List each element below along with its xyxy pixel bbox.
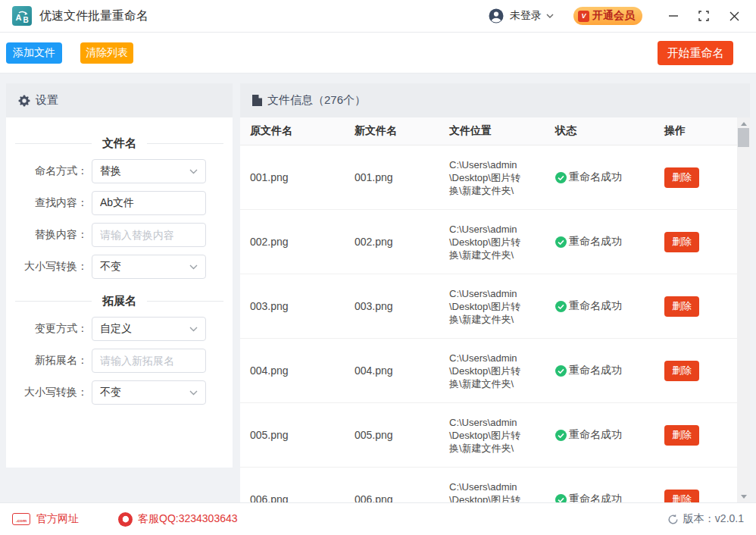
- extension-section-title: 拓展名: [15, 289, 223, 313]
- extension-case-select[interactable]: 不变: [92, 380, 206, 405]
- version-info: 版本：v2.0.1: [667, 512, 744, 526]
- extension-case-value: 不变: [100, 386, 121, 399]
- login-status-text: 未登录: [510, 9, 542, 23]
- official-website-link[interactable]: .com 官方网址: [12, 512, 79, 526]
- clear-list-button[interactable]: 清除列表: [80, 42, 133, 64]
- delete-button[interactable]: 删除: [664, 490, 699, 503]
- table-row: 005.png 005.png C:\Users\admin\Desktop\图…: [240, 403, 737, 468]
- user-menu[interactable]: 未登录: [489, 8, 554, 23]
- start-rename-button[interactable]: 开始重命名: [658, 41, 733, 65]
- toolbar: 添加文件 清除列表 开始重命名: [0, 33, 756, 74]
- open-vip-button[interactable]: V 开通会员: [573, 7, 642, 25]
- app-window: A B 优速文件批量重命名 未登录 V 开通会员: [0, 0, 756, 535]
- table-header-row: 原文件名 新文件名 文件位置 状态 操作: [240, 117, 737, 145]
- scrollbar-thumb[interactable]: [738, 128, 749, 147]
- find-content-label: 查找内容：: [6, 196, 88, 210]
- new-extension-label: 新拓展名：: [6, 354, 88, 368]
- status-text: 重命名成功: [569, 171, 622, 184]
- cell-location: C:\Users\admin\Desktop\图片转换\新建文件夹\: [449, 352, 524, 390]
- add-files-button[interactable]: 添加文件: [6, 42, 62, 64]
- new-extension-input[interactable]: [92, 349, 206, 373]
- vertical-scrollbar[interactable]: [737, 117, 750, 502]
- cell-location: C:\Users\admin\Desktop\图片转换\新建文件夹\: [449, 416, 524, 455]
- user-avatar-icon: [489, 8, 504, 23]
- chevron-down-icon: [189, 264, 198, 270]
- file-icon: [252, 95, 262, 106]
- close-button[interactable]: [724, 6, 744, 26]
- extension-case-row: 大小写转换： 不变: [6, 377, 233, 408]
- naming-method-select[interactable]: 替换: [92, 159, 206, 183]
- website-icon: .com: [12, 513, 30, 525]
- cell-new-name: 002.png: [355, 236, 449, 248]
- cell-new-name: 003.png: [355, 300, 449, 312]
- delete-button[interactable]: 删除: [664, 232, 699, 252]
- file-panel-header: 文件信息（276个）: [240, 83, 750, 117]
- table-row: 001.png 001.png C:\Users\admin\Desktop\图…: [240, 145, 737, 210]
- scroll-down-arrow[interactable]: [737, 490, 750, 502]
- success-check-icon: [555, 365, 567, 377]
- replace-content-input[interactable]: [92, 223, 206, 247]
- app-title: 优速文件批量重命名: [39, 8, 148, 24]
- file-info-panel: 文件信息（276个） 原文件名 新文件名 文件位置 状态 操作 001.png …: [240, 83, 750, 502]
- settings-panel-title: 设置: [36, 93, 58, 108]
- change-method-row: 变更方式： 自定义: [6, 313, 233, 345]
- chevron-down-icon: [189, 169, 198, 174]
- file-table: 原文件名 新文件名 文件位置 状态 操作 001.png 001.png C:\…: [240, 117, 737, 502]
- table-row: 006.png 006.png C:\Users\admin\Desktop\图…: [240, 468, 737, 502]
- find-content-input[interactable]: [92, 191, 206, 215]
- vip-label: 开通会员: [592, 9, 635, 23]
- status-text: 重命名成功: [569, 235, 622, 249]
- settings-panel-header: 设置: [6, 83, 233, 117]
- cell-original-name: 003.png: [250, 300, 355, 312]
- version-label: 版本：v2.0.1: [683, 512, 744, 526]
- cell-original-name: 005.png: [250, 429, 355, 441]
- filename-case-select[interactable]: 不变: [92, 255, 206, 279]
- filename-case-label: 大小写转换：: [6, 260, 88, 274]
- filename-case-value: 不变: [100, 260, 121, 274]
- cell-new-name: 005.png: [355, 429, 449, 441]
- maximize-button[interactable]: [694, 6, 714, 26]
- status-text: 重命名成功: [569, 299, 622, 313]
- cell-new-name: 001.png: [355, 171, 449, 183]
- cell-location: C:\Users\admin\Desktop\图片转换\新建文件夹\: [449, 158, 524, 197]
- success-check-icon: [555, 172, 567, 183]
- cell-original-name: 004.png: [250, 364, 355, 377]
- footer: .com 官方网址 客服QQ:3234303643 版本：v2: [0, 502, 756, 535]
- gear-icon: [18, 95, 30, 107]
- naming-method-label: 命名方式：: [6, 164, 88, 178]
- col-original-name: 原文件名: [250, 124, 355, 138]
- success-check-icon: [555, 494, 567, 503]
- cell-original-name: 001.png: [250, 171, 355, 183]
- customer-service-link[interactable]: 客服QQ:3234303643: [118, 512, 238, 527]
- find-content-row: 查找内容：: [6, 187, 233, 219]
- cell-original-name: 002.png: [250, 236, 355, 248]
- change-method-label: 变更方式：: [6, 322, 88, 336]
- chevron-down-icon: [189, 327, 198, 332]
- file-panel-title: 文件信息（276个）: [267, 93, 366, 108]
- delete-button[interactable]: 删除: [664, 167, 699, 188]
- cell-location: C:\Users\admin\Desktop\图片转换\新建文件夹\: [449, 223, 524, 261]
- table-row: 004.png 004.png C:\Users\admin\Desktop\图…: [240, 339, 737, 403]
- minimize-button[interactable]: [664, 6, 683, 26]
- refresh-icon[interactable]: [667, 514, 679, 525]
- settings-panel: 设置 文件名 命名方式： 替换 查找内容： 替换内容：: [6, 83, 233, 468]
- col-location: 文件位置: [449, 124, 555, 138]
- cell-location: C:\Users\admin\Desktop\图片转换\新建文件夹\: [449, 480, 524, 503]
- svg-text:B: B: [23, 16, 29, 24]
- filename-case-row: 大小写转换： 不变: [6, 251, 233, 283]
- change-method-select[interactable]: 自定义: [92, 317, 206, 341]
- replace-content-label: 替换内容：: [6, 228, 88, 242]
- status-text: 重命名成功: [569, 364, 622, 377]
- delete-button[interactable]: 删除: [664, 296, 699, 317]
- replace-content-row: 替换内容：: [6, 219, 233, 251]
- change-method-value: 自定义: [100, 322, 132, 336]
- table-row: 003.png 003.png C:\Users\admin\Desktop\图…: [240, 274, 737, 339]
- delete-button[interactable]: 删除: [664, 425, 699, 446]
- svg-text:A: A: [16, 13, 22, 22]
- success-check-icon: [555, 430, 567, 441]
- headset-icon: [118, 512, 133, 527]
- chevron-down-icon: [189, 390, 198, 396]
- vip-icon: V: [578, 11, 589, 22]
- delete-button[interactable]: 删除: [664, 361, 699, 381]
- col-action: 操作: [664, 124, 737, 138]
